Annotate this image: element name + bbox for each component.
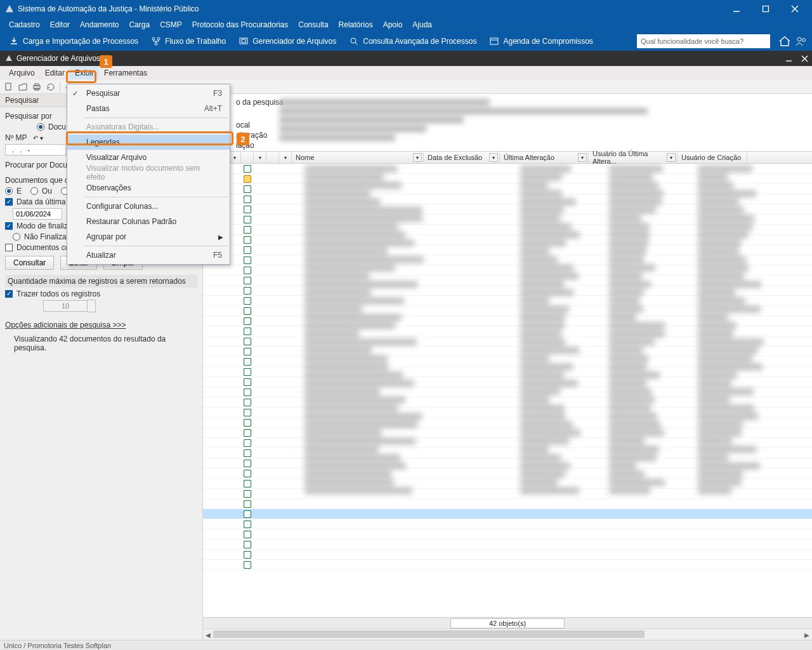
svg-rect-11 (490, 38, 498, 44)
document-icon (244, 388, 251, 396)
document-icon (244, 196, 251, 203)
radio-nao-finalizados[interactable] (13, 233, 20, 241)
submenu-editar[interactable]: Editar (40, 67, 70, 79)
menu-relatorios[interactable]: Relatórios (334, 18, 378, 31)
nmp-input[interactable] (5, 144, 66, 156)
menu-apoio[interactable]: Apoio (378, 18, 408, 31)
document-icon (244, 185, 251, 193)
date-input[interactable] (13, 208, 62, 220)
menu-andamento[interactable]: Andamento (75, 18, 124, 31)
users-icon[interactable] (794, 34, 808, 48)
document-icon (244, 226, 251, 234)
dd-pesquisar[interactable]: ✓PesquisarF3 (67, 86, 230, 101)
svg-rect-1 (763, 6, 769, 12)
th-icon-col-5[interactable]: ▾ (254, 152, 266, 163)
th-ultima-alteracao[interactable]: Última Alteração▾ (500, 152, 589, 163)
menu-consulta[interactable]: Consulta (293, 18, 333, 31)
document-icon (244, 480, 251, 488)
blurred-info (279, 96, 806, 147)
qtd-spinner[interactable]: 10 (43, 300, 88, 312)
table-header: ▾ ▾ ▾ Nome▾ Data de Exclusão▾ Última Alt… (203, 151, 812, 164)
menu-carga[interactable]: Carga (124, 18, 155, 31)
menu-cadastro[interactable]: Cadastro (4, 18, 45, 31)
tb-consulta-avancada[interactable]: Consulta Avançada de Processos (344, 34, 481, 48)
table-body[interactable] (203, 164, 812, 617)
new-icon[interactable] (4, 82, 14, 92)
document-icon (244, 449, 251, 457)
functionality-search[interactable]: Qual funcionalidade você busca? (637, 34, 770, 48)
dd-restaurar-colunas[interactable]: Restaurar Colunas Padrão (67, 214, 230, 229)
statusbar: Unico / Promotoria Testes Softplan (0, 640, 812, 650)
undo-icon[interactable]: ↶ ▾ (33, 135, 43, 142)
document-icon (244, 541, 251, 548)
th-icon-col-4[interactable] (241, 152, 254, 163)
chk-participacao[interactable] (5, 244, 13, 251)
dd-configurar-colunas[interactable]: Configurar Colunas... (67, 199, 230, 214)
close-button[interactable] (780, 0, 809, 18)
calendar-icon (489, 36, 499, 46)
svg-line-10 (355, 43, 358, 45)
filter-icon[interactable]: ▾ (578, 153, 587, 162)
scroll-right-icon[interactable]: ▶ (802, 629, 812, 640)
filter-icon[interactable]: ▾ (413, 153, 422, 162)
svg-point-4 (152, 37, 155, 40)
svg-point-9 (351, 38, 356, 43)
dd-pastas[interactable]: PastasAlt+T (67, 101, 230, 116)
dd-atualizar[interactable]: AtualizarF5 (67, 248, 230, 263)
th-icon-col-6[interactable] (266, 152, 279, 163)
radio-ou[interactable] (30, 187, 38, 195)
th-icon-col-7[interactable]: ▾ (279, 152, 292, 163)
scroll-left-icon[interactable]: ◀ (203, 629, 213, 640)
open-icon[interactable] (18, 82, 28, 92)
print-icon[interactable] (32, 82, 42, 92)
document-icon (244, 531, 251, 538)
dd-observacoes[interactable]: Observações (67, 180, 230, 196)
th-usuario-alteracao[interactable]: Usuário da Última Altera...▾ (589, 152, 678, 163)
svg-rect-8 (242, 39, 246, 43)
home-icon[interactable] (778, 34, 792, 48)
menu-protocolo[interactable]: Protocolo das Procuradorias (187, 18, 293, 31)
dd-legendas[interactable]: Legendas (67, 135, 230, 150)
dd-visualizar-motivo: Visualizar motivo documento sem efeito (67, 165, 230, 180)
submenu-ferramentas[interactable]: Ferramentas (99, 67, 152, 79)
th-icon-col-3[interactable]: ▾ (228, 152, 241, 163)
chk-trazer-todos[interactable] (5, 290, 13, 298)
th-data-exclusao[interactable]: Data de Exclusão▾ (424, 152, 500, 163)
menu-csmp[interactable]: CSMP (155, 18, 187, 31)
document-icon (244, 521, 251, 528)
submenu-exibir[interactable]: Exibir (70, 67, 99, 79)
svg-point-6 (155, 43, 157, 45)
filter-icon[interactable]: ▾ (489, 153, 498, 162)
refresh-icon[interactable] (46, 82, 56, 92)
document-icon (244, 399, 251, 406)
maximize-button[interactable] (751, 0, 780, 18)
document-icon (244, 429, 251, 437)
submenu-arquivo[interactable]: Arquivo (4, 67, 40, 79)
radio-e-label: E (16, 187, 22, 196)
svg-rect-18 (6, 83, 11, 90)
consultar-button[interactable]: Consultar (5, 256, 54, 270)
link-opcoes-adicionais[interactable]: Opções adicionais de pesquisa >>> (5, 321, 126, 329)
scroll-thumb[interactable] (213, 630, 645, 638)
subwin-minimize-button[interactable] (785, 55, 792, 62)
radio-docu[interactable] (37, 123, 44, 131)
tb-carga-importacao[interactable]: Carga e Importação de Processos (4, 34, 143, 48)
filter-icon[interactable]: ▾ (667, 153, 676, 162)
th-nome[interactable]: Nome▾ (292, 152, 424, 163)
radio-e[interactable] (5, 187, 13, 195)
tb-fluxo-trabalho[interactable]: Fluxo de Trabalho (146, 34, 231, 48)
menu-editor[interactable]: Editor (45, 18, 75, 31)
dd-agrupar-por[interactable]: Agrupar por▶ (67, 229, 230, 244)
chk-data-ultima[interactable] (5, 198, 13, 206)
minimize-button[interactable] (722, 0, 751, 18)
subwin-close-button[interactable] (801, 55, 808, 62)
horizontal-scrollbar[interactable]: ◀ ▶ (203, 628, 812, 640)
tb-gerenciador-arquivos[interactable]: Gerenciador de Arquivos (233, 34, 341, 48)
chk-modo-finalizacao[interactable] (5, 222, 13, 230)
statusbar-text: Unico / Promotoria Testes Softplan (4, 642, 111, 649)
annotation-badge-2: 2 (237, 133, 249, 145)
th-usuario-criacao[interactable]: Usuário de Criação (678, 152, 747, 163)
menu-ajuda[interactable]: Ajuda (407, 18, 437, 31)
dd-visualizar-arquivo[interactable]: Visualizar Arquivo (67, 150, 230, 165)
tb-agenda[interactable]: Agenda de Compromissos (484, 34, 598, 48)
